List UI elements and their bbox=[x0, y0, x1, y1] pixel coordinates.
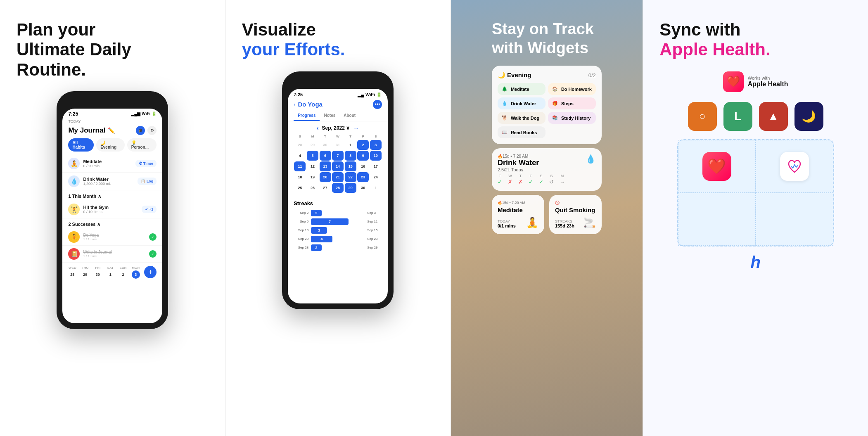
phone-1: 7:25 ▂▄▆ WiFi 🔋 TODAY My Journal ✏️ 🎓 ⚙ bbox=[57, 91, 168, 329]
add-habit-button[interactable]: + bbox=[144, 266, 157, 278]
bottom-widgets-row: 🔥15d • 7:20 AM Meditate TODAY 0/1 mins 🧘… bbox=[492, 195, 602, 234]
signal-icon: ▂▄▆ bbox=[131, 111, 140, 116]
habit-tabs: All Habits 🌙 Evening 💡 Person... bbox=[62, 138, 162, 155]
tab-about[interactable]: About bbox=[339, 111, 360, 121]
cal-row-3: 11 12 13 14 15 16 17 bbox=[294, 161, 382, 171]
sync-line1: Sync with bbox=[659, 20, 740, 39]
day-f: F bbox=[530, 174, 532, 178]
read-emoji: 📖 bbox=[502, 130, 508, 135]
dog-label: Walk the Dog bbox=[511, 116, 539, 121]
grid-cell-google-fit bbox=[756, 140, 833, 193]
p2-clock: 7:25 bbox=[294, 92, 303, 97]
prev-month[interactable]: ‹ bbox=[317, 125, 319, 131]
study-label: Study History bbox=[561, 116, 591, 121]
drink-water-icon: 💧 bbox=[68, 175, 80, 187]
today-label: TODAY bbox=[62, 118, 162, 126]
cal-row-4: 18 19 20 21 22 23 24 bbox=[294, 172, 382, 182]
tab-all-habits[interactable]: All Habits bbox=[68, 138, 94, 152]
quit-streaks-val: 155d 23h bbox=[555, 223, 574, 228]
cal-row-1: 28 29 30 31 1 2 3 bbox=[294, 140, 382, 150]
quit-streaks-label: STREAKS bbox=[555, 219, 574, 223]
panel-visualize-heading: Visualize your Efforts. bbox=[242, 20, 434, 60]
p2-tabs: Progress Notes About bbox=[288, 111, 388, 121]
meditate-figure-icon: 🧘 bbox=[526, 217, 538, 228]
wifi-icon: WiFi bbox=[142, 111, 150, 116]
bottom-h-logo: h bbox=[750, 253, 760, 272]
evening-count: 0/2 bbox=[588, 72, 596, 78]
timer-button[interactable]: ⏱ Timer bbox=[135, 160, 157, 167]
grid-read: 📖 Read Books bbox=[498, 126, 545, 138]
gym-icon: 🏋️ bbox=[68, 204, 80, 215]
h-logo-symbol: h bbox=[750, 253, 760, 271]
journal-done-name: Write in Journal bbox=[83, 250, 146, 254]
phone-2-wrap: 7:25 ▂▄ WiFi 🔋 ‹ Do Yoga ••• Progress No… bbox=[242, 71, 434, 423]
menu-button[interactable]: ••• bbox=[373, 100, 382, 109]
yoga-done-name: Do Yoga bbox=[83, 233, 146, 237]
phone-1-screen: 7:25 ▂▄▆ WiFi 🔋 TODAY My Journal ✏️ 🎓 ⚙ bbox=[62, 109, 162, 323]
grid-study: 📚 Study History bbox=[548, 112, 596, 124]
tab-evening[interactable]: 🌙 Evening bbox=[96, 138, 125, 152]
next-month[interactable]: → bbox=[353, 125, 359, 131]
phone-notch bbox=[90, 97, 135, 109]
habits-grid: 🌲 Meditate 🏠 Do Homework 💧 Drink Water 🎁… bbox=[498, 83, 596, 138]
green-app-icon: L bbox=[723, 102, 752, 131]
panel-plan: Plan your Ultimate Daily Routine. 7:25 ▂… bbox=[0, 0, 225, 436]
cal-row-2: 4 5 6 7 8 9 10 bbox=[294, 151, 382, 161]
sync-line2: Apple Health. bbox=[659, 40, 770, 59]
widgets-line2: with Widgets bbox=[492, 39, 588, 57]
tab-notes[interactable]: Notes bbox=[320, 111, 339, 121]
drink-water-sub: 1,200 / 2,000 mL bbox=[83, 182, 134, 186]
tab-progress[interactable]: Progress bbox=[294, 111, 320, 121]
month-label: Sep, 2022 ∨ bbox=[322, 125, 350, 131]
meditate-widget-meta: 🔥15d • 7:20 AM bbox=[498, 201, 538, 205]
check-f: ✓ bbox=[529, 179, 533, 185]
day-m: M bbox=[561, 174, 564, 178]
battery-icon: 🔋 bbox=[152, 111, 157, 116]
grid-walk-dog: 🐕 Walk the Dog bbox=[498, 112, 545, 124]
p2-status-icons: ▂▄ WiFi 🔋 bbox=[358, 92, 382, 97]
grid-cell-empty-2 bbox=[756, 193, 833, 246]
day-s2: S bbox=[550, 174, 553, 178]
evening-widget: 🌙 Evening 0/2 🌲 Meditate 🏠 Do Homework 💧… bbox=[492, 66, 602, 144]
grid-cell-apple-health: ❤️ bbox=[678, 140, 756, 193]
habit-done-yoga: 🧘 Do Yoga 1 / 1 time ✓ bbox=[62, 229, 162, 246]
settings-icon[interactable]: ⚙ bbox=[147, 126, 157, 135]
drop-icon: 💧 bbox=[586, 154, 596, 164]
yoga-check: ✓ bbox=[149, 233, 157, 241]
widgets-content: Stay on Track with Widgets 🌙 Evening 0/2… bbox=[479, 0, 614, 436]
drink-meta: 🔥15d • 7:20 AM bbox=[498, 154, 539, 159]
plus1-button[interactable]: ✓ +1 bbox=[142, 206, 157, 213]
yoga-icon: 🧘 bbox=[68, 231, 80, 243]
homework-emoji: 🏠 bbox=[552, 86, 558, 92]
grid-homework: 🏠 Do Homework bbox=[548, 83, 596, 95]
log-button[interactable]: 📋 Log bbox=[138, 178, 157, 185]
connector-grid: ❤️ bbox=[677, 139, 834, 246]
homework-label: Do Homework bbox=[561, 87, 592, 92]
gym-sub: 0 / 10 times bbox=[83, 210, 138, 214]
heading-line1: Plan your bbox=[17, 20, 95, 39]
journal-check: ✓ bbox=[149, 250, 157, 258]
section-this-month: 1 This Month ∧ bbox=[62, 190, 162, 201]
journal-icon: 📔 bbox=[68, 248, 80, 260]
tab-personal[interactable]: 💡 Person... bbox=[127, 138, 157, 152]
habit-title: Do Yoga bbox=[298, 101, 322, 108]
drink-water-widget: 🔥15d • 7:20 AM Drink Water 2.5/2L Today … bbox=[492, 148, 602, 191]
grid-cell-empty-1 bbox=[678, 193, 756, 246]
streak-row-1: Sep 2 2 Sep 3 bbox=[294, 210, 382, 216]
avatar: 🎓 bbox=[136, 126, 145, 135]
moon-symbol: 🌙 bbox=[802, 109, 816, 123]
phone-1-wrap: 7:25 ▂▄▆ WiFi 🔋 TODAY My Journal ✏️ 🎓 ⚙ bbox=[17, 91, 209, 423]
heading-line2: Ultimate Daily bbox=[17, 40, 131, 59]
habit-drink-water: 💧 Drink Water 1,200 / 2,000 mL 📋 Log bbox=[62, 173, 162, 190]
streak-row-3: Sep 13 3 Sep 15 bbox=[294, 227, 382, 234]
edit-icon[interactable]: ✏️ bbox=[108, 127, 115, 134]
streak-row-4: Sep 20 4 Sep 23 bbox=[294, 236, 382, 242]
visualize-line2: your Efforts. bbox=[242, 40, 345, 59]
journal-title-row: My Journal ✏️ 🎓 ⚙ bbox=[62, 126, 162, 138]
back-icon[interactable]: ‹ bbox=[294, 101, 295, 107]
meditate-emoji: 🌲 bbox=[502, 86, 508, 92]
steps-label: Steps bbox=[561, 101, 574, 106]
panel-visualize: Visualize your Efforts. 7:25 ▂▄ WiFi 🔋 ‹… bbox=[225, 0, 451, 436]
quit-smoking-widget: 🚫 Quit Smoking STREAKS 155d 23h 🚬 bbox=[549, 195, 602, 234]
phone-2-notch bbox=[315, 77, 360, 89]
